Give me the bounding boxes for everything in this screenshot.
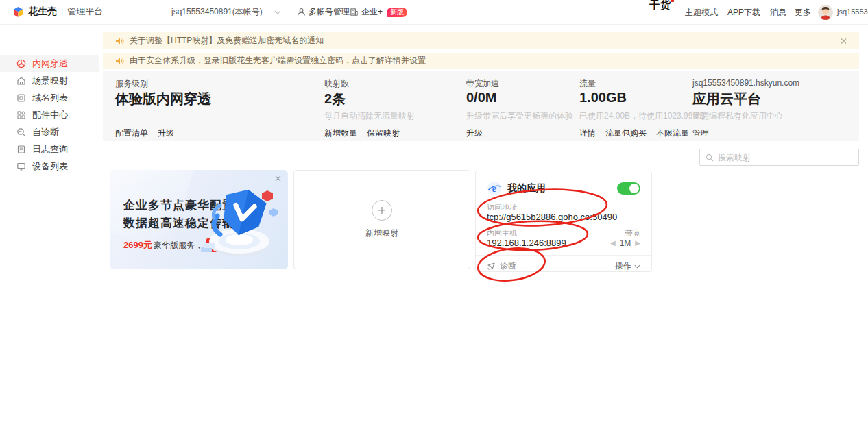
multi-account-link[interactable]: 多帐号管理 [297,6,350,18]
intranet-host-value[interactable]: 192.168.1.246:8899 [487,238,566,248]
retain-mapping-link[interactable]: 保留映射 [367,127,400,139]
search-icon [706,153,714,162]
sidebar-item-label: 日志查询 [32,143,68,156]
more-link[interactable]: 更多 [795,7,811,18]
user-avatar[interactable] [818,5,833,20]
buy-traffic-link[interactable]: 流量包购买 [605,127,647,139]
messages-link[interactable]: 消息 [770,7,786,18]
access-address-value[interactable]: tcp://g5615b2886.goho.co:50490 [487,212,617,222]
promo-banner-card[interactable]: 企业多节点豪华配置 数据超高速稳定传输 2699元 豪华版服务， 限时免费 申领 [110,170,288,269]
bandwidth-stepper: ◀ 1M ▶ [610,238,640,248]
config-list-link[interactable]: 配置清单 [115,127,148,139]
grid-icon [16,110,26,120]
stat-subtext: 升级带宽后享受更畅爽的体验 [466,110,573,122]
account-selector-value: jsq15553450891(本帐号) [171,6,263,18]
card-divider [476,255,651,256]
promo-price: 2699元 [123,239,152,251]
stat-subtext: 无需编程私有化应用中心 [692,110,783,122]
domain-icon [16,93,26,103]
svg-text:e: e [492,183,497,194]
stat-subtext: 已使用24.00B，待使用1023.99MB [579,110,705,122]
new-version-badge: 新版 [387,8,407,17]
header-divider [289,8,289,17]
unlimited-traffic-link[interactable]: 不限流量 [656,127,689,139]
bandwidth-value: 1M [620,238,631,248]
person-icon [297,8,306,16]
stat-subtext: 每月自动清除无流量映射 [324,110,415,122]
enterprise-label: 企业+ [361,6,383,18]
bandwidth-decrease-icon[interactable]: ◀ [610,240,616,247]
stat-value: 2条 [324,90,346,108]
access-address-label: 访问地址 [487,202,517,212]
log-document-icon [16,145,26,154]
diagnose-button[interactable]: 诊断 [487,260,516,272]
upgrade-link[interactable]: 升级 [466,127,483,139]
page: 花生壳 | 管理平台 jsq15553450891(本帐号) 多帐号管理 [0,0,868,444]
building-icon [350,8,359,16]
my-app-card: e 我的应用 访问地址 tcp://g5615b2886.goho.co:504… [475,171,652,272]
stat-label: 流量 [579,78,596,90]
stat-value: 体验版内网穿透 [115,90,211,108]
sidebar-item-log-query[interactable]: 日志查询 [0,140,99,158]
operation-dropdown[interactable]: 操作 [615,260,640,272]
notice-banner-2: 由于安全体系升级，登录旧版花生壳客户端需设置独立密码，点击了解详情并设置 [103,53,859,69]
manage-link[interactable]: 管理 [692,127,709,139]
notice-text[interactable]: 由于安全体系升级，登录旧版花生壳客户端需设置独立密码，点击了解详情并设置 [130,55,426,66]
add-quantity-link[interactable]: 新增数量 [324,127,357,139]
sidebar-item-label: 场景映射 [32,75,68,87]
magnifier-wave-icon [16,127,26,137]
diagnose-label: 诊断 [500,260,516,272]
operation-label: 操作 [615,260,631,272]
intranet-host-label: 内网主机 [487,228,517,238]
ganhuo-link[interactable]: 干货 [649,0,671,10]
search-box [699,149,859,166]
bandwidth-label: 带宽 [625,228,640,238]
sidebar-item-label: 域名列表 [32,92,68,104]
house-icon [16,76,26,86]
promo-shield-illustration [197,178,282,264]
account-selector[interactable]: jsq15553450891(本帐号) [171,6,281,18]
upgrade-link[interactable]: 升级 [158,127,174,139]
enterprise-link[interactable]: 企业+ 新版 [350,6,407,18]
bandwidth-increase-icon[interactable]: ▶ [635,240,640,247]
close-icon[interactable] [841,38,847,44]
top-header: 花生壳 | 管理平台 jsq15553450891(本帐号) 多帐号管理 [0,0,868,25]
sidebar-item-self-diagnosis[interactable]: 自诊断 [0,123,99,140]
plus-icon [372,200,392,221]
stat-value: 0/0M [466,90,496,106]
speaker-icon [115,57,124,65]
app-enabled-toggle[interactable] [617,182,640,195]
multi-account-label: 多帐号管理 [309,6,350,18]
theme-mode-link[interactable]: 主题模式 [685,7,718,18]
avatar-image [818,5,833,20]
notice-text[interactable]: 关于调整【HTTP映射】及免费赠送加密壳域名的通知 [130,35,324,47]
sidebar-item-label: 内网穿透 [32,58,68,70]
header-username: jsq15553450891 [837,8,868,16]
sidebar-item-accessory-center[interactable]: 配件中心 [0,106,99,123]
stat-label: 带宽加速 [466,78,499,90]
app-title: 我的应用 [507,182,546,195]
details-link[interactable]: 详情 [579,127,596,139]
chevron-down-icon [274,10,281,14]
app-download-link[interactable]: APP下载 [727,7,760,18]
stat-value: 应用云平台 [692,90,761,108]
stat-value: 1.00GB [579,90,627,106]
search-input[interactable] [718,153,853,162]
sidebar-item-device-list[interactable]: 设备列表 [0,158,99,175]
sidebar-item-intranet-tunnel[interactable]: 内网穿透 [0,55,99,72]
sidebar-item-label: 设备列表 [32,160,68,173]
stat-label: 服务级别 [115,78,148,90]
logo-divider: | [61,7,63,16]
notice-banner-1: 关于调整【HTTP映射】及免费赠送加密壳域名的通知 [103,32,859,49]
sidebar-item-scene-mapping[interactable]: 场景映射 [0,72,99,89]
ie-browser-icon: e [487,181,502,196]
promo-price-text: 豪华版服务， [154,240,203,251]
new-mapping-card[interactable]: 新增映射 [293,170,470,269]
new-mapping-label: 新增映射 [365,227,398,239]
tunnel-icon [16,59,26,69]
sidebar-item-label: 自诊断 [32,126,59,138]
sidebar-item-domain-list[interactable]: 域名列表 [0,89,99,106]
speaker-icon [115,37,124,45]
diagnose-icon [487,262,496,271]
app-logo[interactable]: 花生壳 | 管理平台 [12,5,103,18]
